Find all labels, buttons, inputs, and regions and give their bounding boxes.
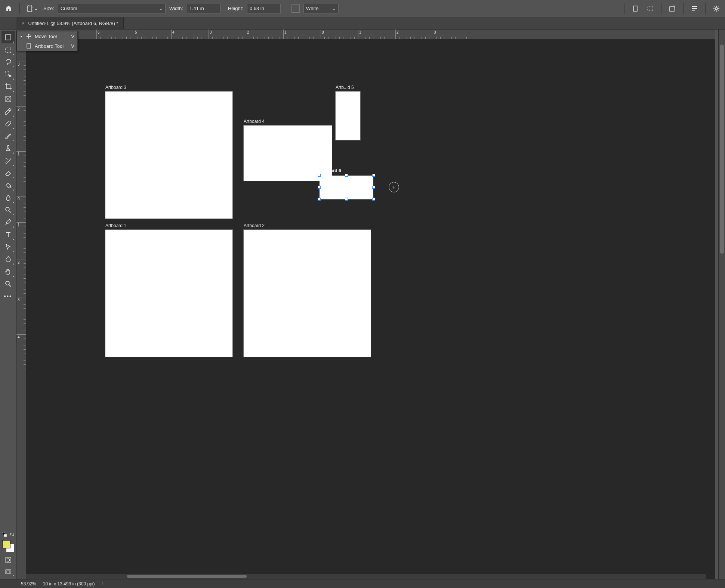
svg-rect-6 (6, 47, 11, 52)
artboard-label[interactable]: Artb...d 5 (336, 85, 354, 90)
svg-rect-20 (27, 44, 31, 48)
eraser-tool[interactable] (1, 167, 15, 179)
artboard-icon (26, 43, 32, 49)
artboard-6-selected[interactable] (319, 175, 374, 199)
align-icon[interactable] (689, 3, 700, 14)
move-artboard-tool[interactable] (1, 31, 15, 43)
ruler-vertical[interactable]: 32101234 (16, 39, 26, 579)
resize-handle-n[interactable] (345, 174, 348, 177)
artboard-preset-icon[interactable]: ⌄ (25, 3, 40, 14)
chevron-down-icon: ⌄ (34, 6, 38, 11)
artboard-fill-swatch[interactable] (291, 4, 300, 13)
quick-mask-icon[interactable] (1, 555, 15, 565)
artboard-fill-select[interactable]: White ⌄ (303, 4, 339, 13)
blur-tool[interactable] (1, 191, 15, 204)
screen-mode-icon[interactable] (1, 567, 15, 577)
healing-tool[interactable] (1, 117, 15, 130)
width-input[interactable]: 1.41 in (187, 4, 220, 13)
resize-handle-nw[interactable] (318, 174, 321, 177)
default-colors-icon[interactable] (2, 532, 7, 537)
foreground-color-swatch[interactable] (2, 540, 10, 548)
move-icon (26, 33, 32, 39)
close-tab-icon[interactable]: × (22, 21, 25, 26)
svg-rect-16 (6, 557, 11, 563)
hand-tool[interactable] (1, 265, 15, 278)
resize-handle-ne[interactable] (372, 174, 375, 177)
resize-handle-se[interactable] (372, 198, 375, 201)
home-icon[interactable] (3, 3, 14, 14)
pen-tool[interactable] (1, 216, 15, 228)
size-label: Size: (43, 6, 54, 11)
orientation-portrait-icon[interactable] (630, 3, 641, 14)
ruler-horizontal[interactable]: 6543210123 (26, 30, 715, 39)
orientation-landscape-icon[interactable] (645, 3, 656, 14)
svg-rect-0 (27, 6, 32, 11)
flyout-item-shortcut: V (71, 43, 74, 49)
type-tool[interactable] (1, 228, 15, 241)
svg-rect-1 (633, 6, 637, 11)
zoom-tool[interactable] (1, 278, 15, 290)
flyout-item-label: Artboard Tool (35, 43, 64, 49)
width-label: Width: (169, 6, 183, 11)
canvas-viewport[interactable]: Artboard 3 Artboard 4 Artb...d 5 Artboar… (26, 39, 715, 579)
svg-point-17 (7, 558, 10, 561)
status-bar: 53.92% 10 in x 13.493 in (300 ppi) 〉 (0, 579, 725, 588)
dodge-tool[interactable] (1, 204, 15, 216)
size-select[interactable]: Custom ⌄ (58, 4, 166, 13)
horizontal-scrollbar[interactable] (26, 574, 706, 579)
swap-colors-icon[interactable] (9, 532, 14, 537)
marquee-tool[interactable] (1, 43, 15, 56)
color-swatches[interactable] (1, 539, 15, 553)
svg-rect-2 (648, 7, 653, 10)
shape-tool[interactable] (1, 253, 15, 265)
svg-rect-3 (670, 7, 674, 11)
stamp-tool[interactable] (1, 142, 15, 154)
svg-point-13 (6, 281, 9, 285)
add-artboard-button[interactable]: + (389, 182, 399, 192)
artboard-1[interactable] (105, 230, 232, 357)
artboard-4[interactable] (244, 126, 332, 181)
artboard-2[interactable] (244, 230, 371, 357)
artboard-3[interactable] (105, 92, 232, 219)
path-select-tool[interactable] (1, 241, 15, 253)
resize-handle-w[interactable] (318, 186, 321, 189)
svg-rect-5 (6, 35, 11, 40)
flyout-item-artboard-tool[interactable]: ● Artboard Tool V (17, 41, 77, 51)
lasso-tool[interactable] (1, 56, 15, 68)
resize-handle-sw[interactable] (318, 198, 321, 201)
document-tab[interactable]: × Untitled-1 @ 53.9% (Artboard 6, RGB/8)… (16, 17, 124, 29)
vertical-scrollbar[interactable] (718, 30, 725, 579)
brush-tool[interactable] (1, 130, 15, 142)
settings-gear-icon[interactable] (711, 3, 722, 14)
frame-tool[interactable] (1, 93, 15, 105)
quick-select-tool[interactable] (1, 68, 15, 80)
resize-handle-s[interactable] (345, 198, 348, 201)
options-bar: ⌄ Size: Custom ⌄ Width: 1.41 in Height: … (0, 0, 725, 17)
artboard-5[interactable] (336, 92, 360, 140)
flyout-item-move-tool[interactable]: ● Move Tool V (17, 31, 77, 41)
history-brush-tool[interactable] (1, 154, 15, 167)
new-artboard-icon[interactable] (667, 3, 678, 14)
artboard-label[interactable]: Artboard 4 (244, 119, 265, 124)
bucket-tool[interactable] (1, 179, 15, 191)
height-label: Height: (228, 6, 243, 11)
edit-toolbar-button[interactable]: ••• (1, 290, 15, 302)
eyedropper-tool[interactable] (1, 105, 15, 117)
crop-tool[interactable] (1, 80, 15, 93)
chevron-right-icon[interactable]: 〉 (101, 581, 106, 587)
document-tab-strip: × Untitled-1 @ 53.9% (Artboard 6, RGB/8)… (0, 17, 725, 30)
resize-handle-e[interactable] (372, 186, 375, 189)
document-tab-title: Untitled-1 @ 53.9% (Artboard 6, RGB/8) * (28, 21, 118, 26)
status-doc-info[interactable]: 10 in x 13.493 in (300 ppi) (43, 581, 95, 587)
chevron-down-icon: ⌄ (332, 6, 336, 11)
height-input[interactable]: 0.63 in (247, 4, 281, 13)
scrollbar-thumb[interactable] (127, 575, 247, 578)
artboard-label[interactable]: Artboard 2 (244, 223, 265, 228)
svg-rect-9 (5, 120, 11, 127)
svg-point-10 (7, 123, 8, 123)
status-zoom[interactable]: 53.92% (21, 581, 36, 587)
scrollbar-thumb[interactable] (720, 44, 724, 254)
svg-rect-15 (4, 534, 7, 537)
artboard-label[interactable]: Artboard 1 (105, 223, 126, 228)
artboard-label[interactable]: Artboard 3 (105, 85, 126, 90)
